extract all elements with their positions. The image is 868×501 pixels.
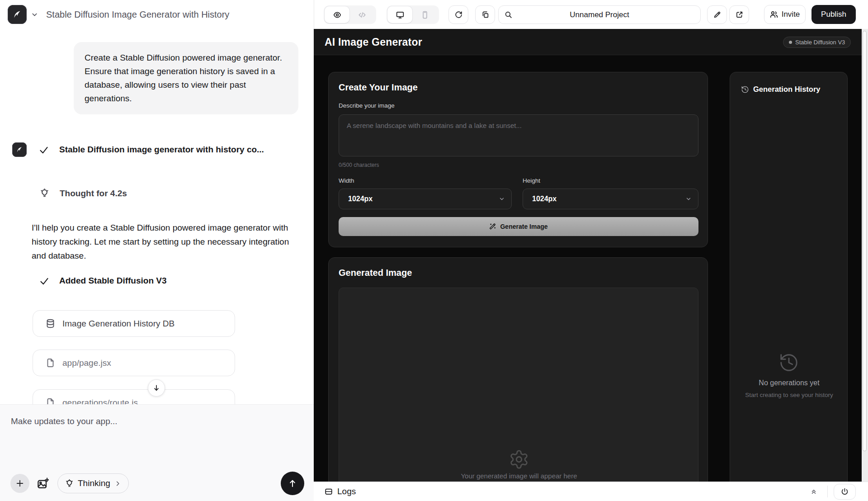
char-counter: 0/500 characters	[339, 162, 379, 168]
invite-button[interactable]: Invite	[764, 5, 806, 24]
lightbulb-icon	[40, 189, 49, 198]
image-plus-icon	[37, 477, 49, 489]
page-title: Stable Diffusion Image Generator with Hi…	[46, 0, 229, 29]
copy-icon	[481, 11, 489, 19]
history-empty-icon	[778, 352, 799, 373]
add-image-button[interactable]	[37, 477, 49, 490]
composer-input[interactable]	[5, 411, 315, 476]
mobile-view-button[interactable]	[412, 6, 437, 23]
model-badge: Stable Diffusion V3	[783, 37, 851, 48]
generated-image-card: Generated Image Your generated image wil…	[328, 257, 708, 482]
address-bar[interactable]: Unnamed Project	[498, 5, 701, 24]
send-button[interactable]	[281, 472, 304, 495]
generate-image-button[interactable]: Generate Image	[339, 217, 698, 236]
arrow-down-icon	[152, 384, 160, 392]
topbar-divider	[314, 0, 314, 29]
code-icon	[358, 11, 366, 19]
monitor-icon	[396, 11, 404, 19]
device-toggle	[387, 5, 439, 24]
pencil-icon	[713, 11, 721, 19]
open-external-button[interactable]	[729, 5, 749, 24]
logs-icon	[325, 487, 333, 496]
lightbulb-icon	[65, 479, 74, 488]
artifact-label: generations/route.js	[62, 398, 138, 405]
assistant-message: I'll help you create a Stable Diffusion …	[32, 221, 298, 263]
check-icon	[39, 276, 49, 286]
external-link-icon	[736, 11, 743, 19]
height-label: Height	[523, 177, 540, 184]
artifact-card-page[interactable]: app/page.jsx	[33, 350, 235, 376]
logs-label: Logs	[337, 487, 356, 496]
file-icon	[46, 398, 55, 404]
width-select[interactable]: 1024px	[339, 189, 512, 209]
code-view-button[interactable]	[349, 6, 374, 23]
model-mode-selector[interactable]: Thinking	[57, 473, 129, 493]
generated-card-title: Generated Image	[339, 268, 412, 278]
desktop-view-button[interactable]	[387, 6, 412, 23]
task-title: Stable Diffusion image generator with hi…	[59, 145, 264, 155]
generated-image-placeholder: Your generated image will appear here	[339, 288, 698, 482]
chat-panel: Create a Stable Diffusion powered image …	[0, 29, 314, 404]
wand-icon	[489, 223, 496, 230]
history-title: Generation History	[753, 85, 821, 94]
app-logo[interactable]	[8, 5, 27, 24]
artifact-card-db[interactable]: Image Generation History DB	[33, 310, 235, 337]
file-icon	[46, 358, 55, 368]
search-icon	[505, 11, 512, 19]
invite-label: Invite	[782, 10, 800, 19]
preview-app-header: AI Image Generator Stable Diffusion V3	[314, 29, 862, 55]
logo-swoosh-icon	[11, 9, 23, 20]
copy-button[interactable]	[475, 5, 495, 24]
database-icon	[46, 319, 55, 328]
history-header: Generation History	[741, 85, 821, 94]
logs-divider	[827, 486, 828, 497]
refresh-button[interactable]	[448, 5, 468, 24]
arrow-up-icon	[288, 478, 297, 488]
publish-button[interactable]: Publish	[811, 5, 856, 24]
prompt-input[interactable]	[339, 114, 698, 156]
preview-scrollbar-track	[862, 29, 868, 482]
chat-composer: Thinking	[0, 404, 314, 501]
chevron-down-icon	[685, 196, 692, 202]
thought-duration[interactable]: Thought for 4.2s	[60, 189, 127, 199]
history-empty-title: No generations yet	[730, 379, 848, 387]
check-icon	[39, 145, 49, 155]
logs-header: Logs	[325, 482, 356, 501]
logo-swoosh-icon	[15, 145, 24, 154]
assistant-avatar	[12, 142, 27, 157]
status-dot	[789, 41, 792, 44]
preview-app-title: AI Image Generator	[325, 29, 422, 55]
rename-button[interactable]	[707, 5, 727, 24]
scroll-to-bottom-button[interactable]	[148, 379, 165, 397]
create-image-card: Create Your Image Describe your image 0/…	[328, 72, 708, 247]
artifact-card-route[interactable]: generations/route.js	[33, 389, 235, 404]
gear-icon	[509, 449, 529, 470]
refresh-icon	[455, 11, 462, 19]
preview-scrollbar-thumb[interactable]	[863, 31, 867, 451]
generate-label: Generate Image	[500, 223, 547, 230]
attach-button[interactable]	[10, 474, 29, 493]
height-value: 1024px	[532, 195, 557, 203]
history-empty-subtitle: Start creating to see your history	[730, 392, 848, 398]
chevron-right-icon	[114, 480, 121, 487]
power-button[interactable]	[834, 484, 856, 500]
publish-label: Publish	[821, 10, 846, 19]
generation-history-card: Generation History No generations yet St…	[730, 72, 848, 482]
preview-eye-button[interactable]	[325, 6, 349, 23]
logs-bar[interactable]: Logs	[314, 482, 868, 501]
width-value: 1024px	[348, 195, 373, 203]
chevrons-up-icon[interactable]	[810, 488, 817, 495]
history-icon	[741, 85, 749, 94]
artifact-label: Image Generation History DB	[62, 319, 175, 329]
model-badge-label: Stable Diffusion V3	[795, 39, 845, 46]
height-select[interactable]: 1024px	[523, 189, 698, 209]
power-icon	[841, 488, 849, 496]
thinking-label: Thinking	[78, 478, 110, 488]
users-icon	[770, 10, 778, 19]
project-menu-chevron-icon[interactable]	[31, 11, 38, 19]
plus-icon	[15, 479, 24, 488]
artifact-label: app/page.jsx	[62, 358, 111, 368]
app-preview: AI Image Generator Stable Diffusion V3 C…	[314, 29, 862, 482]
preview-code-toggle	[324, 5, 376, 24]
width-label: Width	[339, 177, 354, 184]
